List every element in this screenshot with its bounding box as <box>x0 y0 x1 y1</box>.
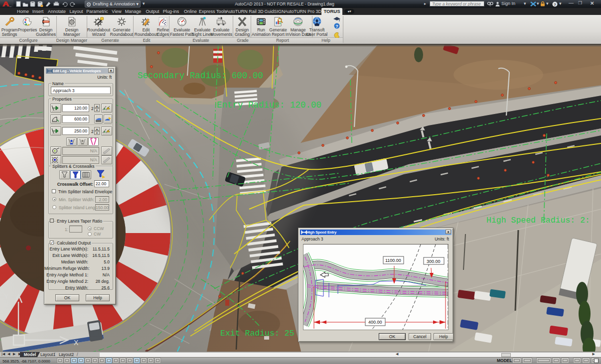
svg-text:?: ? <box>554 2 556 6</box>
svg-text:1100.00: 1100.00 <box>385 258 401 263</box>
svg-text:Exit Radius: 25: Exit Radius: 25 <box>220 329 295 338</box>
svg-text:400.00: 400.00 <box>368 320 382 325</box>
svg-text:Entry Radius: 120.00: Entry Radius: 120.00 <box>217 100 321 110</box>
svg-text:Secondary Radius: 600.00: Secondary Radius: 600.00 <box>138 71 263 81</box>
svg-text:High Speed Radius: 2:: High Speed Radius: 2: <box>486 216 590 225</box>
svg-text:?: ? <box>335 24 338 29</box>
svg-text:300.00: 300.00 <box>427 259 441 264</box>
